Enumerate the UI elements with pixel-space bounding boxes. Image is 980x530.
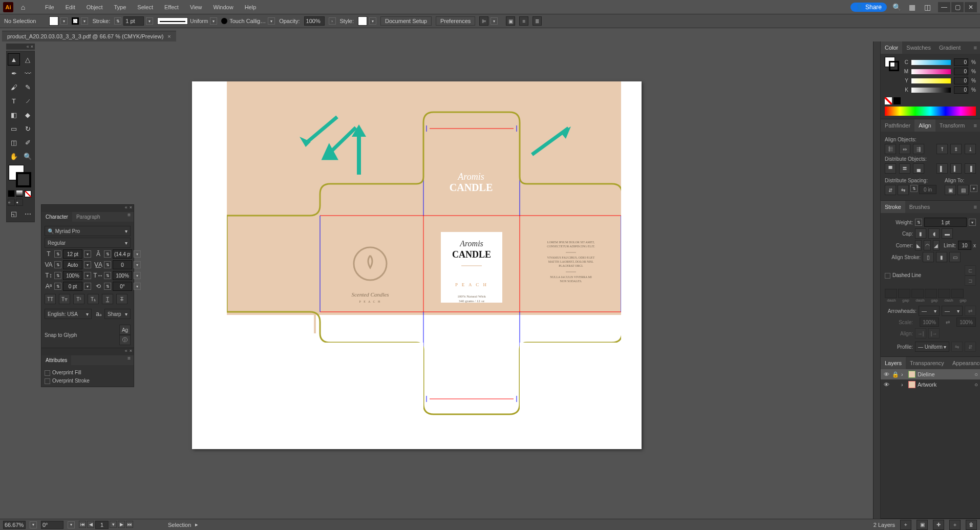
rotate-tool[interactable]: ↻ — [22, 122, 34, 135]
new-layer-icon[interactable]: ＋ — [949, 520, 961, 530]
workspace-switcher-icon[interactable]: ◫ — [922, 2, 933, 13]
align-vcenter-icon[interactable]: ⇕ — [950, 144, 962, 154]
edit-toolbar[interactable]: ⋯ — [22, 207, 34, 220]
panel-menu-icon[interactable]: ≡ — [971, 204, 980, 210]
zoom-input[interactable] — [3, 521, 26, 529]
tab-brushes[interactable]: Brushes — [905, 201, 934, 213]
next-artboard-icon[interactable]: ▶ — [118, 521, 125, 528]
gradient-mode[interactable] — [16, 190, 23, 197]
dashed-line-checkbox[interactable] — [885, 273, 890, 279]
tab-pathfinder[interactable]: Pathfinder — [881, 119, 914, 132]
last-artboard-icon[interactable]: ⏭ — [126, 521, 133, 528]
align-stroke-inside-icon[interactable]: ▮ — [936, 252, 947, 262]
delete-layer-icon[interactable]: 🗑 — [966, 520, 977, 530]
arrow-end-dd[interactable]: —▾ — [942, 306, 963, 316]
draw-normal[interactable]: ▫ — [8, 199, 15, 206]
zoom-dd[interactable]: ▾ — [30, 521, 37, 528]
draw-behind[interactable]: ▪ — [16, 199, 23, 206]
dist-hcenter-icon[interactable]: ▍ — [950, 163, 962, 174]
collapse-icon[interactable]: « — [125, 348, 127, 355]
glyph-info-icon[interactable]: ⓘ — [119, 335, 131, 345]
weight-dd[interactable]: ▾ — [969, 219, 976, 226]
none-mode[interactable] — [24, 190, 31, 197]
cap-round-icon[interactable]: ◖ — [928, 228, 940, 239]
menu-object[interactable]: Object — [81, 0, 108, 14]
tab-attributes[interactable]: Attributes — [41, 355, 71, 365]
opacity-input[interactable] — [304, 16, 325, 26]
tab-paragraph[interactable]: Paragraph — [72, 212, 104, 222]
visibility-icon[interactable]: 👁 — [883, 371, 890, 377]
cyan-input[interactable] — [954, 58, 968, 66]
vscale-input[interactable] — [63, 271, 82, 280]
lock-icon[interactable]: 🔒 — [892, 371, 899, 378]
black-input[interactable] — [954, 86, 968, 94]
variable-width-profile[interactable]: Touch Callig…▾ — [221, 17, 275, 25]
kerning-input[interactable] — [63, 260, 82, 269]
opacity-dd[interactable]: › — [329, 17, 336, 25]
menu-select[interactable]: Select — [132, 0, 158, 14]
tab-align[interactable]: Align — [914, 119, 935, 132]
eyedropper-tool[interactable]: ✐ — [22, 136, 34, 149]
corner-round-icon[interactable]: ◠ — [924, 240, 930, 250]
close-button[interactable]: ✕ — [965, 2, 977, 12]
share-button[interactable]: 👤 Share — [850, 3, 887, 12]
hscale-input[interactable] — [113, 271, 132, 280]
tab-gradient[interactable]: Gradient — [935, 41, 965, 54]
dist-bottom-icon[interactable]: ▄ — [913, 163, 924, 174]
dist-left-icon[interactable]: ▌ — [936, 163, 948, 174]
dist-right-icon[interactable]: ▐ — [965, 163, 976, 174]
stroke-weight-input[interactable] — [924, 218, 967, 227]
align-stroke-center-icon[interactable]: ▯ — [923, 252, 934, 262]
overprint-stroke-checkbox[interactable] — [45, 378, 50, 384]
stroke-proxy[interactable] — [889, 61, 899, 71]
align-to-selection-icon[interactable]: ▣ — [945, 185, 956, 195]
smallcaps-icon[interactable]: Tᴛ — [59, 294, 70, 304]
menu-effect[interactable]: Effect — [159, 0, 184, 14]
zoom-tool[interactable]: 🔍 — [22, 150, 34, 162]
collapse-icon[interactable]: « — [125, 205, 127, 212]
pen-tool[interactable]: ✒ — [8, 67, 20, 79]
allcaps-icon[interactable]: TT — [45, 294, 56, 304]
curvature-tool[interactable]: 〰 — [22, 67, 34, 79]
tab-transform[interactable]: Transform — [935, 119, 969, 132]
screen-mode[interactable]: ◱ — [8, 207, 20, 220]
panel-menu-icon[interactable]: ≡ — [124, 212, 134, 222]
stroke-swatch-group[interactable]: ▾ — [72, 17, 88, 25]
status-play-icon[interactable]: ▸ — [195, 521, 198, 528]
minimize-button[interactable]: — — [938, 2, 950, 12]
font-weight-dd[interactable]: Regular▾ — [45, 238, 131, 248]
overprint-fill-checkbox[interactable] — [45, 370, 50, 376]
arrange-documents-icon[interactable]: ▦ — [906, 2, 918, 13]
menu-help[interactable]: Help — [240, 0, 262, 14]
yellow-slider[interactable] — [911, 78, 951, 83]
dist-space-h-icon[interactable]: ⇆ — [898, 185, 909, 195]
rectangle-tool[interactable]: ▭ — [8, 122, 20, 135]
align-bottom-icon[interactable]: ⤓ — [965, 144, 976, 154]
magenta-slider[interactable] — [911, 69, 951, 74]
menu-view[interactable]: View — [185, 0, 207, 14]
rotate-dd[interactable]: ▾ — [68, 521, 75, 528]
none-swatch[interactable] — [885, 97, 892, 104]
isolate-icon[interactable]: ▣ — [506, 16, 515, 26]
tab-stroke[interactable]: Stroke — [881, 201, 905, 213]
panel-menu-icon[interactable]: ≡ — [971, 122, 980, 129]
menu-window[interactable]: Window — [208, 0, 239, 14]
artboard-index-input[interactable] — [95, 521, 109, 529]
dist-top-icon[interactable]: ▀ — [885, 163, 896, 174]
antialias-dd[interactable]: Sharp▾ — [104, 309, 131, 319]
tab-character[interactable]: Character — [41, 212, 72, 222]
snap-glyph-icon[interactable]: Ag — [119, 325, 131, 335]
strikethrough-icon[interactable]: T — [116, 294, 127, 304]
corner-bevel-icon[interactable]: ◢ — [933, 240, 940, 250]
line-segment-tool[interactable]: ⟋ — [22, 95, 34, 107]
panel-menu-icon[interactable]: ≡ — [971, 45, 980, 51]
prev-artboard-icon[interactable]: ◀ — [87, 521, 94, 528]
selection-tool[interactable]: ▲ — [8, 53, 20, 66]
rotate-input[interactable] — [41, 521, 63, 529]
artboard-dd[interactable]: ▾ — [110, 521, 117, 528]
blob-brush-tool[interactable]: ✎ — [22, 81, 34, 93]
tab-layers[interactable]: Layers — [881, 357, 906, 369]
eraser-tool[interactable]: ◧ — [8, 109, 20, 121]
tab-transparency[interactable]: Transparency — [906, 357, 948, 369]
menu-edit[interactable]: Edit — [60, 0, 80, 14]
